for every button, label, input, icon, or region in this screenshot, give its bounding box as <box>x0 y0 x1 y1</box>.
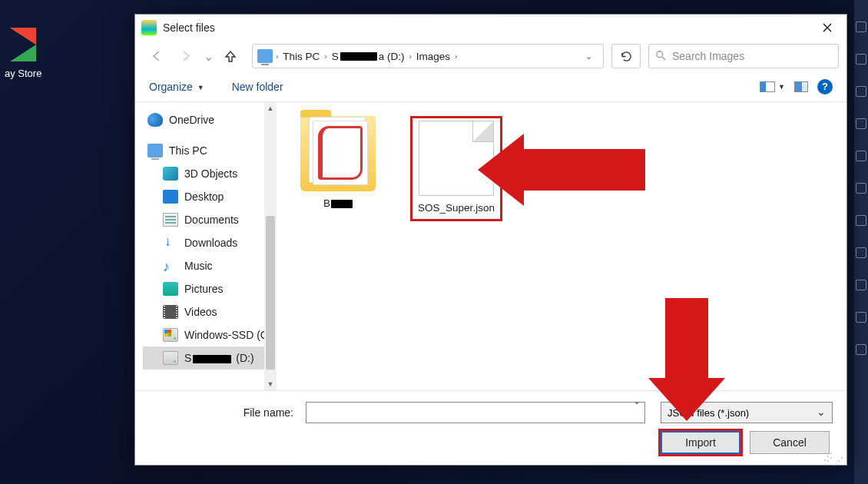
file-open-dialog: Select files ⌄ › This PC › Sa (D:) › Ima… <box>134 14 847 466</box>
nav-tree: OneDrive This PC 3D Objects Desktop Docu… <box>135 102 277 390</box>
nav-row: ⌄ › This PC › Sa (D:) › Images › ⌄ Searc… <box>135 41 846 71</box>
file-item-label: B <box>292 197 384 209</box>
dialog-footer: File name: ⌄ JSON files (*.json) Import … <box>135 390 846 465</box>
play-store-label: ay Store <box>5 68 41 79</box>
tree-pictures[interactable]: Pictures <box>143 277 277 300</box>
folder-icon <box>300 116 376 191</box>
tree-desktop[interactable]: Desktop <box>143 185 277 208</box>
address-bar[interactable]: › This PC › Sa (D:) › Images › ⌄ <box>252 44 604 68</box>
cancel-button[interactable]: Cancel <box>750 431 830 454</box>
forward-button[interactable] <box>172 44 200 68</box>
back-button[interactable] <box>143 44 171 68</box>
tree-drive-c[interactable]: Windows-SSD (C <box>143 323 277 346</box>
chevron-right-icon: › <box>455 52 457 61</box>
pc-icon <box>147 144 163 157</box>
breadcrumb-drive[interactable]: Sa (D:) <box>327 45 409 68</box>
tree-scrollbar[interactable]: ▲ ▼ <box>264 102 277 390</box>
annotation-arrow-down <box>665 298 708 380</box>
documents-icon <box>163 213 178 227</box>
svg-point-0 <box>657 51 663 57</box>
pc-icon <box>257 49 273 63</box>
search-input[interactable]: Search Images <box>648 44 839 68</box>
help-button[interactable]: ? <box>817 79 833 94</box>
search-placeholder: Search Images <box>672 50 744 62</box>
refresh-button[interactable] <box>611 44 641 68</box>
play-store-shortcut[interactable]: ay Store <box>5 28 41 79</box>
dialog-title: Select files <box>163 22 811 34</box>
resize-grip[interactable]: ⋰⋰⋰ <box>823 454 845 463</box>
cube-icon <box>163 167 178 181</box>
tree-onedrive[interactable]: OneDrive <box>143 108 277 131</box>
redacted-text <box>193 355 231 363</box>
tree-3dobjects[interactable]: 3D Objects <box>143 162 277 185</box>
preview-pane-button[interactable] <box>794 81 808 92</box>
annotation-arrow-left <box>522 149 645 191</box>
tree-downloads[interactable]: Downloads <box>143 231 277 254</box>
recent-dropdown[interactable]: ⌄ <box>201 44 215 68</box>
drive-icon <box>163 328 178 342</box>
filename-label: File name: <box>244 406 293 419</box>
import-button[interactable]: Import <box>661 431 740 454</box>
tree-music[interactable]: Music <box>143 254 277 277</box>
videos-icon <box>163 305 178 319</box>
tree-videos[interactable]: Videos <box>143 300 277 323</box>
up-button[interactable] <box>217 44 244 68</box>
file-pane[interactable]: B SOS_Super.json <box>277 102 846 390</box>
drive-icon <box>163 351 178 365</box>
tree-drive-d[interactable]: S (D:) <box>143 346 277 370</box>
bluestacks-icon <box>141 20 157 35</box>
pictures-icon <box>163 282 178 296</box>
scroll-down[interactable]: ▼ <box>264 378 277 390</box>
close-button[interactable] <box>811 17 843 38</box>
desktop-icon <box>163 190 178 204</box>
view-icon <box>760 81 775 92</box>
scroll-thumb[interactable] <box>266 216 275 370</box>
organize-menu[interactable]: Organize ▼ <box>149 81 204 93</box>
search-icon <box>655 50 666 63</box>
download-icon <box>163 236 178 250</box>
new-folder-button[interactable]: New folder <box>232 81 283 93</box>
chevron-down-icon[interactable]: ⌄ <box>633 396 641 406</box>
onedrive-icon <box>147 113 163 127</box>
view-menu[interactable]: ▼ <box>760 81 785 92</box>
chevron-down-icon: ▼ <box>197 84 204 91</box>
filename-input[interactable] <box>306 402 645 423</box>
chevron-down-icon: ▼ <box>778 83 785 91</box>
redacted-text <box>331 200 353 208</box>
title-bar: Select files <box>135 15 846 41</box>
file-item-folder[interactable]: B <box>292 116 384 209</box>
play-store-icon <box>10 28 36 61</box>
tree-documents[interactable]: Documents <box>143 208 277 231</box>
scroll-up[interactable]: ▲ <box>264 102 277 114</box>
toolbar: Organize ▼ New folder ▼ ? <box>135 71 846 102</box>
breadcrumb-images[interactable]: Images <box>412 45 455 68</box>
redacted-text <box>340 52 377 61</box>
breadcrumb-thispc[interactable]: This PC <box>278 45 324 68</box>
address-dropdown[interactable]: ⌄ <box>577 51 600 61</box>
tree-thispc[interactable]: This PC <box>143 139 277 162</box>
emulator-sidebar <box>854 0 868 484</box>
